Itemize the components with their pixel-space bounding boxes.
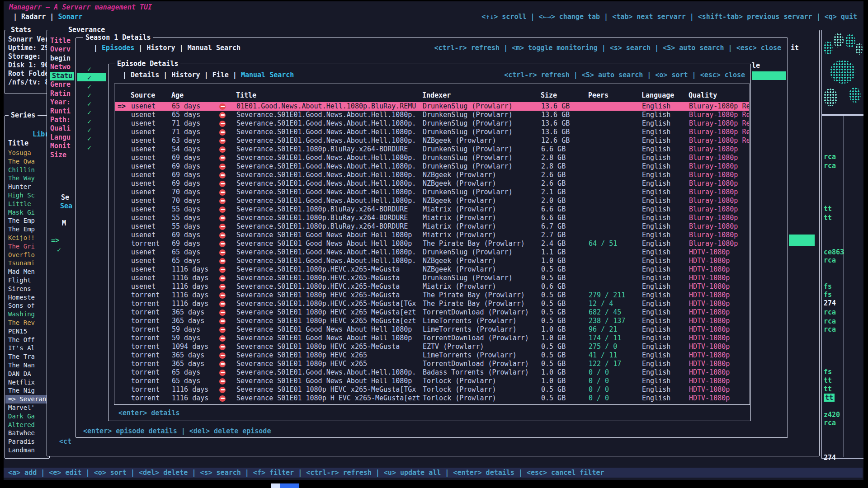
series-list-item[interactable]: Altered [5, 421, 49, 429]
col-peers[interactable]: Peers [588, 91, 642, 99]
episode-tab[interactable]: History [159, 71, 200, 79]
col-quality[interactable]: Quality [689, 91, 750, 99]
col-source[interactable]: Source [131, 91, 171, 99]
release-indexer: TorrentDownload (Prowlarr) [423, 360, 541, 368]
series-list-item[interactable]: It's Al [5, 344, 49, 352]
release-language: English [642, 265, 689, 274]
series-list-item[interactable]: Tsunami [5, 259, 49, 267]
col-language[interactable]: Language [642, 91, 689, 99]
release-row[interactable]: usenet 70 days Severance.S01E01.Good.New… [115, 197, 749, 205]
release-row[interactable]: torrent 365 days Severance S01E01 1080p … [115, 308, 749, 317]
series-list-item[interactable]: Flight [5, 276, 49, 285]
release-row[interactable]: torrent 365 days Severance S01E01 1080p … [115, 317, 749, 325]
release-row[interactable]: torrent 1116 days Severance S01E01 1080p… [115, 291, 749, 300]
series-list-item[interactable]: Dark Ga [5, 412, 49, 421]
release-row[interactable]: torrent 365 days Severance S01E01 1080p … [115, 360, 749, 368]
series-list-item[interactable]: Mad Men [5, 267, 49, 276]
series-list-item[interactable]: Marvel' [5, 404, 49, 412]
season-tab[interactable]: Episodes [90, 44, 134, 52]
release-row[interactable]: usenet 69 days Severance.S01E01.Good.New… [115, 179, 749, 188]
release-row[interactable]: usenet 65 days Severance.S01E01.Good.New… [115, 111, 749, 119]
release-row[interactable]: usenet 55 days Severance.S01E01.1080p.Bl… [115, 205, 749, 214]
release-row[interactable]: usenet 69 days Severance.S01E01.Good.New… [115, 162, 749, 171]
release-age: 1116 days [172, 385, 219, 394]
release-row[interactable]: usenet 1116 days Severance.S01E01.1080p.… [115, 282, 749, 291]
series-list-item[interactable]: PEN15 [5, 327, 49, 336]
release-source: torrent [131, 394, 172, 403]
selection-prefix [115, 145, 131, 154]
col-age[interactable]: Age [171, 91, 219, 99]
release-row[interactable]: torrent 69 days Severance S01E01 Good Ne… [115, 239, 749, 248]
release-row[interactable]: => usenet 65 days 01E01.Good.News.About.… [115, 102, 749, 111]
release-row[interactable]: torrent 65 days Severance S01E01 Good Ne… [115, 377, 749, 385]
series-list-item[interactable]: Paradis [5, 437, 49, 446]
release-row[interactable]: usenet 1116 days Severance.S01E01.1080p.… [115, 274, 749, 282]
release-row[interactable]: usenet 69 days Severance.S01E01.Good.New… [115, 171, 749, 179]
series-list-item[interactable]: The Nig [5, 386, 49, 395]
series-list-item[interactable]: Sirens [5, 285, 49, 293]
series-list-item[interactable]: The Nan [5, 361, 49, 370]
release-row[interactable]: usenet 71 days Severance.S01E01.Good.New… [115, 128, 749, 136]
release-row[interactable]: usenet 65 days Severance.S01E01.Good.New… [115, 248, 749, 257]
series-list-item[interactable]: The Qwa [5, 157, 49, 166]
release-row[interactable]: usenet 69 days Severance.S01E01.Good.New… [115, 154, 749, 162]
series-list-item[interactable]: Batwhee [5, 429, 49, 437]
release-row[interactable]: torrent 1116 days Severance S01E01 1080p… [115, 394, 749, 403]
release-size: 2.7 GB [541, 231, 589, 239]
release-row[interactable]: torrent 1116 days Severance.S01E01.1080p… [115, 300, 749, 308]
release-row[interactable]: torrent 1116 days Severance S01E01 1080p… [115, 385, 749, 394]
series-list-item[interactable]: Yosuga [5, 149, 49, 157]
episode-tab[interactable]: File [200, 71, 229, 79]
series-list-item[interactable]: Severan [5, 395, 49, 404]
episode-tab[interactable]: Details [118, 71, 159, 79]
release-quality: HDTV-1080p [689, 325, 749, 334]
series-list-item[interactable]: Overflo [5, 251, 49, 259]
servarr-tab[interactable]: Radarr [9, 13, 46, 21]
release-row[interactable]: usenet 63 days Severance.S01E01.Good.New… [115, 136, 749, 145]
season-tab[interactable]: Manual Search [175, 44, 241, 52]
servarr-tab[interactable]: Sonarr [46, 13, 82, 21]
series-list-item[interactable]: Little [5, 200, 49, 208]
series-list-item[interactable]: The Rev [5, 319, 49, 327]
series-list-item[interactable]: Chillin [5, 166, 49, 174]
series-list-item[interactable]: Washing [5, 310, 49, 319]
series-list-item[interactable]: Homeste [5, 293, 49, 302]
series-list-item[interactable]: Mask Gi [5, 208, 49, 217]
release-row[interactable]: torrent 1094 days Severance S01E01 1080p… [115, 343, 749, 351]
release-indexer: DrunkenSlug (Prowlarr) [423, 162, 541, 171]
release-row[interactable]: usenet 71 days Severance.S01E01.Good.New… [115, 119, 749, 128]
release-age: 69 days [172, 239, 219, 248]
series-list-item[interactable]: DAN DA [5, 370, 49, 378]
release-row[interactable]: usenet 1116 days Severance.S01E01.1080p.… [115, 265, 749, 274]
col-indexer[interactable]: Indexer [422, 91, 541, 99]
release-peers [589, 111, 642, 119]
series-list-item[interactable]: Hunter [5, 183, 49, 191]
release-row[interactable]: torrent 365 days Severance S01E01 1080p … [115, 351, 749, 360]
col-size[interactable]: Size [541, 91, 588, 99]
release-row[interactable]: usenet 55 days Severance.S01E01.1080p.Bl… [115, 214, 749, 222]
series-list-item[interactable]: The Tra [5, 352, 49, 361]
series-list-item[interactable]: The Way [5, 174, 49, 183]
release-row[interactable]: usenet 54 days Severance.S01E01.1080p.Bl… [115, 145, 749, 154]
series-list-item[interactable]: The Off [5, 336, 49, 344]
release-quality: Bluray-1080p Re [689, 128, 749, 136]
episode-tab[interactable]: Manual Search [229, 71, 294, 79]
col-title[interactable]: Title [236, 91, 422, 99]
release-row[interactable]: torrent 59 days Severance S01E01 Good Ne… [115, 325, 749, 334]
release-row[interactable]: usenet 65 days Severance.S01E01.Good.New… [115, 257, 749, 265]
series-list-item[interactable]: The Emp [5, 225, 49, 234]
release-row[interactable]: torrent 65 days Severance.S01E01.Good.Ne… [115, 368, 749, 377]
season-tab[interactable]: History [134, 44, 175, 52]
release-row[interactable]: torrent 59 days Severance S01E01 Good Ne… [115, 334, 749, 343]
series-list-item[interactable]: Keijo!! [5, 234, 49, 242]
series-list-item[interactable]: Sons of [5, 301, 49, 310]
series-list-item[interactable]: The Emp [5, 216, 49, 225]
release-source: usenet [131, 145, 172, 154]
series-list-item[interactable]: Netflix [5, 378, 49, 387]
series-list-item[interactable]: The Gri [5, 242, 49, 251]
series-list-item[interactable]: Landman [5, 446, 49, 455]
release-row[interactable]: usenet 69 days Severance S01E01 Good New… [115, 231, 749, 239]
series-list-item[interactable]: High Sc [5, 191, 49, 200]
release-row[interactable]: usenet 70 days Severance.S01E01.Good.New… [115, 188, 749, 197]
release-row[interactable]: usenet 55 days Severance.S01E01.1080p.Bl… [115, 222, 749, 231]
